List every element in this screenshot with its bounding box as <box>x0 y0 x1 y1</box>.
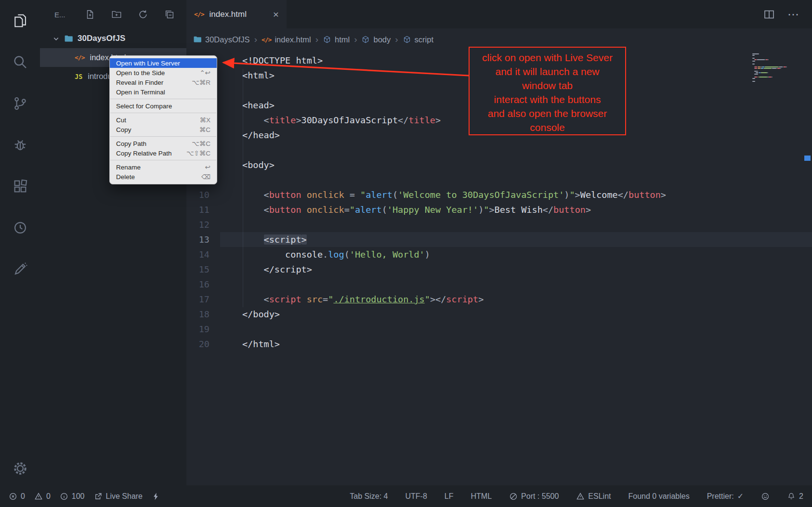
breadcrumb-item-html[interactable]: html <box>323 35 350 44</box>
info-circle-icon <box>60 492 68 501</box>
code-line[interactable]: <script> <box>220 232 812 247</box>
line-number: 13 <box>186 232 210 247</box>
code-line[interactable] <box>220 143 812 157</box>
search-icon <box>13 54 28 70</box>
tab-title: index.html <box>209 10 246 19</box>
activity-debug-button[interactable] <box>0 124 40 166</box>
new-folder-icon[interactable] <box>111 9 122 20</box>
code-line[interactable]: <button onclick = "alert('Welcome to 30D… <box>220 187 812 202</box>
context-menu-item[interactable]: Copy⌘C <box>110 125 217 134</box>
new-file-icon[interactable] <box>85 9 95 20</box>
breadcrumb-item-body[interactable]: body <box>361 35 391 44</box>
context-menu: Open with Live ServerOpen to the Side⌃↩R… <box>109 55 217 184</box>
more-actions-icon[interactable]: ⋯ <box>787 9 799 20</box>
menu-item-shortcut: ⌥⌘C <box>192 140 210 147</box>
line-number: 19 <box>186 322 210 337</box>
folder-row-30daysofjs[interactable]: 30DaysOfJS <box>40 29 186 48</box>
html-file-icon: </> <box>75 54 84 61</box>
context-menu-item[interactable]: Delete⌫ <box>110 172 217 182</box>
context-menu-item[interactable]: Open in Terminal <box>110 87 217 97</box>
js-file-icon: JS <box>75 73 82 80</box>
line-number: 18 <box>186 307 210 322</box>
activity-extensions-button[interactable] <box>0 166 40 207</box>
breadcrumb-item-folder[interactable]: 30DaysOfJS <box>193 35 250 44</box>
encoding-indicator[interactable]: UTF-8 <box>406 492 427 501</box>
line-number: 15 <box>186 262 210 277</box>
warnings-indicator[interactable]: 0 <box>34 492 51 501</box>
share-icon <box>94 492 103 501</box>
menu-item-shortcut: ⌫ <box>201 173 210 181</box>
explorer-icon <box>13 13 28 28</box>
code-line[interactable]: console.log('Hello, World') <box>220 247 812 262</box>
code-line[interactable] <box>220 172 812 187</box>
menu-item-label: Select for Compare <box>116 103 172 110</box>
code-line[interactable]: <body> <box>220 157 812 172</box>
breadcrumb-item-file[interactable]: </> index.html <box>262 35 311 44</box>
context-menu-item[interactable]: Select for Compare <box>110 101 217 111</box>
tab-size-indicator[interactable]: Tab Size: 4 <box>350 492 388 501</box>
prettier-indicator[interactable]: Prettier: ✓ <box>707 492 744 501</box>
activity-source-control-button[interactable] <box>0 83 40 124</box>
error-circle-icon <box>9 492 17 501</box>
line-number: 11 <box>186 202 210 217</box>
split-editor-icon[interactable] <box>763 9 775 20</box>
annotation-line: window tab <box>470 78 625 92</box>
activity-history-button[interactable] <box>0 207 40 248</box>
feedback-smiley-button[interactable] <box>761 492 770 501</box>
code-line[interactable] <box>220 277 812 292</box>
code-line[interactable]: <script src="./introduction.js"></script… <box>220 292 812 307</box>
info-indicator[interactable]: 100 <box>60 492 85 501</box>
zap-button[interactable] <box>152 492 160 501</box>
code-line[interactable]: <button onclick="alert('Happy New Year!'… <box>220 202 812 217</box>
menu-item-label: Rename <box>116 164 141 171</box>
menu-item-label: Delete <box>116 173 135 181</box>
settings-button[interactable] <box>0 452 40 485</box>
tab-index-html[interactable]: </> index.html × <box>186 0 287 28</box>
line-number: 16 <box>186 277 210 292</box>
menu-separator <box>110 160 216 160</box>
folder-icon <box>64 34 73 43</box>
menu-item-label: Open in Terminal <box>116 89 165 96</box>
context-menu-item[interactable]: Open to the Side⌃↩ <box>110 68 217 78</box>
context-menu-item[interactable]: Rename↩ <box>110 162 217 172</box>
port-indicator[interactable]: Port : 5500 <box>509 492 559 501</box>
eslint-indicator[interactable]: ESLint <box>576 492 611 501</box>
pen-feedback-icon <box>13 261 28 277</box>
menu-item-label: Reveal in Finder <box>116 79 163 86</box>
close-tab-icon[interactable]: × <box>273 9 279 20</box>
status-bar: 0 0 100 Live Share Tab Size: 4 UTF-8 LF … <box>0 485 812 507</box>
context-menu-item[interactable]: Copy Path⌥⌘C <box>110 139 217 148</box>
live-share-button[interactable]: Live Share <box>94 492 143 501</box>
activity-search-button[interactable] <box>0 41 40 83</box>
source-control-icon <box>13 96 28 111</box>
refresh-icon[interactable] <box>138 9 148 20</box>
code-line[interactable]: </html> <box>220 337 812 351</box>
context-menu-item[interactable]: Copy Relative Path⌥⇧⌘C <box>110 148 217 158</box>
context-menu-item[interactable]: Reveal in Finder⌥⌘R <box>110 78 217 87</box>
menu-item-shortcut: ↩ <box>205 163 210 171</box>
context-menu-item[interactable]: Open with Live Server <box>110 58 217 68</box>
breadcrumb-separator: › <box>395 34 398 45</box>
symbol-cube-icon <box>361 35 370 44</box>
menu-item-shortcut: ⌃↩ <box>199 69 210 77</box>
errors-indicator[interactable]: 0 <box>9 492 25 501</box>
notifications-button[interactable]: 2 <box>787 492 803 501</box>
menu-item-shortcut: ⌥⇧⌘C <box>186 149 210 157</box>
activity-feedback-button[interactable] <box>0 248 40 290</box>
minimap[interactable] <box>752 53 799 116</box>
variables-indicator[interactable]: Found 0 variables <box>628 492 689 501</box>
code-line[interactable]: </body> <box>220 307 812 322</box>
line-number: 20 <box>186 337 210 351</box>
language-indicator[interactable]: HTML <box>471 492 492 501</box>
line-number: 10 <box>186 187 210 202</box>
code-line[interactable] <box>220 322 812 337</box>
eol-indicator[interactable]: LF <box>445 492 454 501</box>
root-folder-label: 30DaysOfJS <box>78 34 125 43</box>
code-line[interactable]: </script> <box>220 262 812 277</box>
collapse-all-icon[interactable] <box>164 9 175 20</box>
line-number: 14 <box>186 247 210 262</box>
breadcrumb-item-script[interactable]: script <box>403 35 433 44</box>
context-menu-item[interactable]: Cut⌘X <box>110 115 217 125</box>
code-line[interactable] <box>220 217 812 232</box>
activity-explorer-button[interactable] <box>0 0 40 41</box>
